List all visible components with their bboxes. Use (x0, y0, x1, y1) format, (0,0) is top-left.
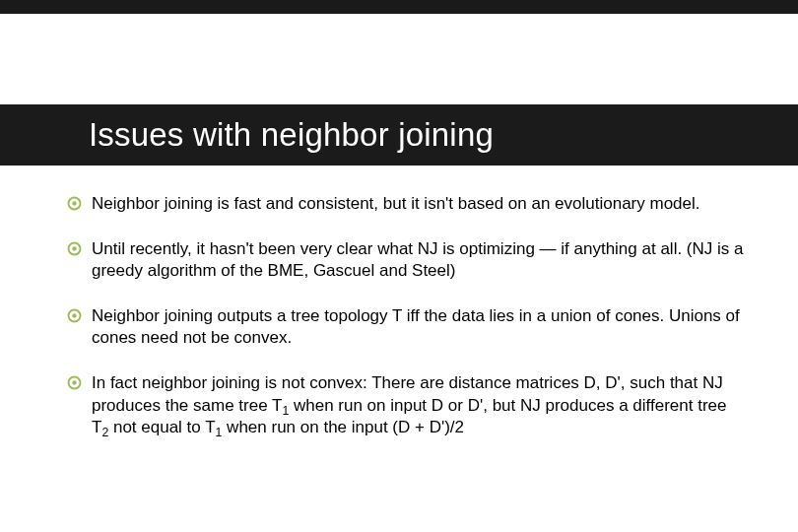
slide-title: Issues with neighbor joining (0, 116, 494, 154)
target-bullet-icon (67, 196, 82, 211)
bullet-item: In fact neighbor joining is not convex: … (67, 372, 745, 437)
bullet-text: Until recently, it hasn't been very clea… (92, 238, 745, 282)
target-bullet-icon (67, 308, 82, 323)
bullet-text: Neighbor joining is fast and consistent,… (92, 193, 700, 215)
bullet-text: In fact neighbor joining is not convex: … (92, 372, 745, 437)
bullet-item: Neighbor joining outputs a tree topology… (67, 305, 745, 349)
svg-point-3 (72, 246, 76, 250)
bullet-item: Until recently, it hasn't been very clea… (67, 238, 745, 282)
svg-point-7 (72, 381, 76, 385)
top-bar (0, 0, 798, 14)
slide-content: Neighbor joining is fast and consistent,… (67, 193, 745, 462)
svg-point-1 (72, 201, 76, 205)
target-bullet-icon (67, 375, 82, 390)
slide: Issues with neighbor joining Neighbor jo… (0, 0, 798, 532)
title-band: Issues with neighbor joining (0, 104, 798, 166)
target-bullet-icon (67, 241, 82, 256)
bullet-text: Neighbor joining outputs a tree topology… (92, 305, 745, 349)
svg-point-5 (72, 314, 76, 318)
bullet-item: Neighbor joining is fast and consistent,… (67, 193, 745, 215)
